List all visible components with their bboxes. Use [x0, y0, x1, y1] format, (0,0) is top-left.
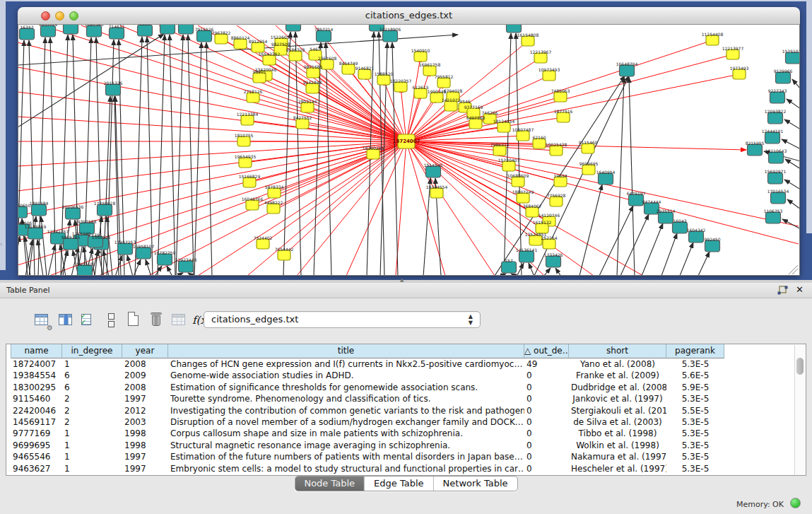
graph-node-yellow[interactable] — [307, 68, 319, 78]
graph-node-yellow[interactable] — [554, 177, 567, 187]
graph-node-teal[interactable] — [118, 243, 133, 255]
graph-node-yellow[interactable] — [246, 200, 259, 210]
graph-node-yellow[interactable] — [342, 64, 355, 74]
graph-node-yellow[interactable] — [263, 55, 276, 65]
table-row[interactable]: 1872400712008Changes of HCN gene express… — [6, 358, 795, 370]
graph-node-yellow[interactable] — [534, 53, 547, 63]
graph-node-yellow[interactable] — [445, 101, 457, 111]
graph-node-teal[interactable] — [771, 192, 786, 204]
graph-node-teal[interactable] — [765, 132, 780, 144]
graph-node-teal[interactable] — [78, 265, 93, 276]
float-panel-icon[interactable] — [777, 286, 788, 296]
select-columns-icon[interactable]: ✓✓ — [80, 311, 98, 329]
graph-node-teal[interactable] — [629, 194, 644, 206]
column-header-title[interactable]: title — [168, 344, 524, 358]
graph-node-yellow[interactable] — [498, 122, 510, 132]
network-table-select[interactable]: citations_edges.txt ▲▼ — [204, 311, 481, 328]
table-row[interactable]: 969969511998Structural magnetic resonanc… — [6, 440, 795, 451]
graph-node-teal[interactable] — [160, 25, 175, 34]
graph-node-yellow[interactable] — [469, 119, 482, 129]
table-row[interactable]: 946554611997Estimation of the future num… — [6, 451, 795, 462]
graph-node-yellow[interactable] — [550, 146, 563, 156]
column-header-year[interactable]: year — [122, 344, 168, 358]
graph-node-teal[interactable] — [98, 204, 112, 216]
table-row[interactable]: 977716911998Corpus callosum shape and si… — [6, 428, 795, 439]
show-columns-icon[interactable] — [57, 311, 76, 329]
graph-node-yellow[interactable] — [733, 69, 746, 79]
graph-node-teal[interactable] — [689, 231, 704, 243]
graph-node-yellow[interactable] — [257, 239, 269, 249]
graph-node-teal[interactable] — [64, 25, 78, 34]
new-column-icon[interactable] — [125, 311, 143, 329]
graph-node-yellow[interactable] — [268, 188, 281, 198]
graph-node-yellow[interactable] — [543, 239, 555, 249]
tab-node-table[interactable]: Node Table — [295, 477, 365, 491]
column-header-in_degree[interactable]: in_degree — [62, 344, 122, 358]
row-height-icon[interactable] — [102, 311, 121, 329]
graph-node-yellow[interactable] — [301, 103, 314, 112]
graph-node-yellow[interactable] — [296, 119, 309, 129]
table-row[interactable]: 1830029562008Estimation of significance … — [6, 382, 795, 393]
graph-node-yellow[interactable] — [512, 177, 524, 187]
graph-node-teal[interactable] — [136, 247, 151, 259]
graph-node-teal[interactable] — [158, 254, 172, 265]
graph-node-teal[interactable] — [383, 30, 398, 42]
graph-node-teal[interactable] — [786, 52, 800, 64]
graph-node-teal[interactable] — [286, 25, 301, 31]
graph-node-teal[interactable] — [768, 173, 783, 184]
splitter-handle-icon[interactable]: ▲ — [400, 277, 404, 283]
graph-node-teal[interactable] — [502, 262, 517, 273]
graph-node-teal[interactable] — [519, 251, 534, 262]
close-panel-icon[interactable]: ✕ — [796, 284, 804, 295]
graph-node-yellow[interactable] — [394, 82, 407, 92]
graph-node-yellow[interactable] — [502, 161, 515, 171]
graph-node-teal[interactable] — [138, 25, 153, 36]
vertical-scrollbar[interactable] — [794, 345, 805, 475]
graph-node-teal[interactable] — [748, 144, 763, 156]
graph-node-yellow[interactable] — [278, 250, 290, 260]
graph-node-teal[interactable] — [546, 256, 561, 267]
network-canvas[interactable]: 1635790557242069140616913467146312228371… — [18, 25, 800, 276]
graph-node-yellow[interactable] — [239, 158, 252, 168]
graph-node-yellow[interactable] — [414, 88, 427, 98]
graph-node-teal[interactable] — [28, 228, 43, 239]
graph-node-yellow[interactable] — [358, 69, 371, 79]
graph-node-yellow[interactable] — [517, 193, 529, 203]
graph-node-teal[interactable] — [66, 208, 81, 219]
graph-node-yellow[interactable] — [215, 34, 228, 44]
scrollbar-thumb[interactable] — [796, 358, 804, 375]
tab-edge-table[interactable]: Edge Table — [365, 477, 433, 491]
graph-node-yellow[interactable] — [526, 207, 539, 217]
graph-node-yellow[interactable] — [243, 177, 256, 187]
graph-node-teal[interactable] — [179, 25, 194, 34]
column-header-pagerank[interactable]: pagerank — [666, 344, 724, 358]
graph-node-teal[interactable] — [776, 72, 791, 83]
graph-node-teal[interactable] — [770, 92, 785, 103]
tab-network-table[interactable]: Network Table — [434, 477, 517, 491]
graph-node-teal[interactable] — [768, 112, 783, 124]
graph-node-teal[interactable] — [18, 206, 28, 218]
graph-node-yellow[interactable] — [522, 36, 534, 46]
graph-node-teal[interactable] — [766, 212, 781, 223]
graph-node-yellow[interactable] — [377, 75, 390, 85]
graph-node-yellow[interactable] — [253, 73, 266, 83]
graph-node-yellow[interactable] — [267, 204, 280, 214]
graph-node-yellow[interactable] — [582, 144, 594, 153]
graph-node-yellow[interactable] — [726, 49, 739, 59]
table-row[interactable]: 2242004622012Investigating the contribut… — [6, 405, 795, 416]
delete-column-icon[interactable] — [148, 311, 166, 329]
graph-node-teal[interactable] — [769, 152, 784, 163]
graph-node-teal[interactable] — [426, 166, 441, 177]
graph-node-yellow[interactable] — [550, 197, 563, 206]
column-header-short[interactable]: short — [569, 344, 666, 358]
graph-node-teal[interactable] — [87, 25, 102, 37]
graph-node-teal[interactable] — [317, 30, 331, 42]
graph-node-teal[interactable] — [197, 30, 212, 42]
graph-node-yellow[interactable] — [706, 35, 719, 45]
graph-node-yellow[interactable] — [247, 93, 259, 103]
graph-node-teal[interactable] — [620, 65, 635, 76]
graph-node-yellow[interactable] — [543, 71, 555, 81]
graph-node-yellow[interactable] — [241, 115, 254, 125]
graph-node-yellow[interactable] — [437, 78, 450, 88]
column-header-out_de[interactable]: △ out_de… — [524, 344, 569, 358]
